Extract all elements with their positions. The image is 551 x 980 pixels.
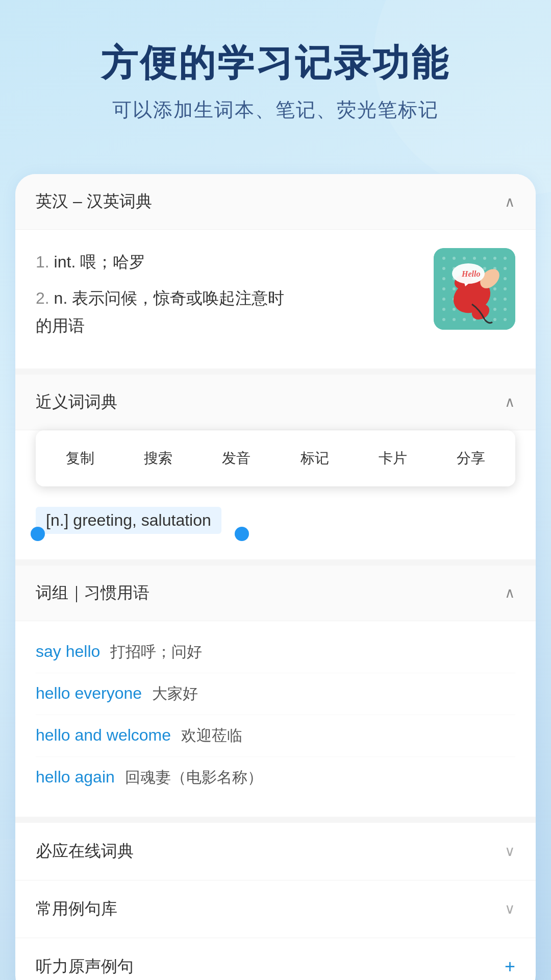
examples-chevron-icon: ∨ xyxy=(505,900,515,917)
svg-point-39 xyxy=(453,308,456,311)
context-menu-search[interactable]: 搜索 xyxy=(119,443,197,474)
dict-def-1: 1. int. 喂；哈罗 xyxy=(36,248,423,276)
context-menu-pronounce[interactable]: 发音 xyxy=(197,443,276,474)
svg-point-5 xyxy=(463,257,466,260)
svg-point-45 xyxy=(442,318,445,321)
phrase-chinese-4: 回魂妻（电影名称） xyxy=(125,767,263,788)
svg-point-29 xyxy=(493,287,496,290)
svg-point-43 xyxy=(493,308,496,311)
examples-section[interactable]: 常用例句库 ∨ xyxy=(15,880,536,938)
page-header: 方便的学习记录功能 可以添加生词本、笔记、荧光笔标记 xyxy=(0,0,551,154)
phrase-english-1: say hello xyxy=(36,642,100,661)
svg-point-37 xyxy=(504,298,507,301)
dict-entry-section: 1. int. 喂；哈罗 2. n. 表示问候，惊奇或唤起注意时的用语 xyxy=(15,230,536,374)
phrase-chinese-2: 大家好 xyxy=(152,683,198,704)
svg-point-16 xyxy=(504,267,507,270)
svg-point-8 xyxy=(493,257,496,260)
svg-point-24 xyxy=(442,287,445,290)
svg-point-4 xyxy=(453,257,456,260)
listening-plus-icon[interactable]: + xyxy=(505,956,515,977)
main-card: 英汉 – 汉英词典 ∧ 1. int. 喂；哈罗 2. n. 表示问候，惊奇或唤… xyxy=(15,174,536,980)
svg-point-6 xyxy=(473,257,476,260)
phrase-item-3[interactable]: hello and welcome 欢迎莅临 xyxy=(36,715,515,757)
phrase-chinese-1: 打招呼；问好 xyxy=(110,642,202,663)
bingdict-chevron-icon: ∨ xyxy=(505,843,515,860)
bingdict-section[interactable]: 必应在线词典 ∨ xyxy=(15,823,536,880)
svg-point-31 xyxy=(442,298,445,301)
svg-point-46 xyxy=(453,318,456,321)
context-menu-share[interactable]: 分享 xyxy=(432,443,510,474)
phrase-chinese-3: 欢迎莅临 xyxy=(181,725,242,746)
svg-text:Hello: Hello xyxy=(461,270,480,278)
listening-title: 听力原声例句 xyxy=(36,955,134,978)
listening-section[interactable]: 听力原声例句 + xyxy=(15,938,536,980)
phrase-item-1[interactable]: say hello 打招呼；问好 xyxy=(36,631,515,673)
svg-point-44 xyxy=(504,308,507,311)
page-title: 方便的学习记录功能 xyxy=(31,41,520,85)
dict-definitions: 1. int. 喂；哈罗 2. n. 表示问候，惊奇或唤起注意时的用语 xyxy=(36,248,423,348)
svg-point-50 xyxy=(493,318,496,321)
svg-point-51 xyxy=(504,318,507,321)
page-subtitle: 可以添加生词本、笔记、荧光笔标记 xyxy=(31,97,520,123)
synonym-section: 近义词词典 ∧ 复制 搜索 发音 标记 卡片 分享 [n.] greeting,… xyxy=(15,375,536,566)
synonym-text: [n.] greeting, salutation xyxy=(36,507,221,534)
phrase-item-2[interactable]: hello everyone 大家好 xyxy=(36,673,515,715)
synonym-section-header[interactable]: 近义词词典 ∧ xyxy=(15,375,536,430)
svg-point-3 xyxy=(442,257,445,260)
examples-title: 常用例句库 xyxy=(36,898,117,920)
svg-point-7 xyxy=(483,257,486,260)
svg-point-25 xyxy=(453,287,456,290)
svg-point-47 xyxy=(463,318,466,321)
svg-point-14 xyxy=(483,267,486,270)
synonym-chevron-icon: ∧ xyxy=(505,394,515,410)
selection-handle-left[interactable] xyxy=(31,527,45,541)
phrases-section-title: 词组｜习惯用语 xyxy=(36,582,149,604)
phrases-section: 词组｜习惯用语 ∧ say hello 打招呼；问好 hello everyon… xyxy=(15,566,536,823)
phrases-section-header[interactable]: 词组｜习惯用语 ∧ xyxy=(15,566,536,621)
dict-section-header[interactable]: 英汉 – 汉英词典 ∧ xyxy=(15,174,536,230)
phrase-list: say hello 打招呼；问好 hello everyone 大家好 hell… xyxy=(15,621,536,817)
synonym-content: [n.] greeting, salutation xyxy=(15,497,536,559)
svg-point-36 xyxy=(493,298,496,301)
phrases-chevron-icon: ∧ xyxy=(505,584,515,601)
context-menu-mark[interactable]: 标记 xyxy=(276,443,354,474)
svg-point-10 xyxy=(442,267,445,270)
dict-chevron-icon: ∧ xyxy=(505,193,515,210)
svg-point-17 xyxy=(442,277,445,280)
phrase-item-4[interactable]: hello again 回魂妻（电影名称） xyxy=(36,757,515,798)
selection-handle-right[interactable] xyxy=(235,527,249,541)
svg-point-30 xyxy=(504,287,507,290)
svg-point-23 xyxy=(504,277,507,280)
dict-def-2: 2. n. 表示问候，惊奇或唤起注意时的用语 xyxy=(36,284,423,340)
dict-section-title: 英汉 – 汉英词典 xyxy=(36,190,152,213)
phrase-english-4: hello again xyxy=(36,768,115,787)
context-menu-card[interactable]: 卡片 xyxy=(354,443,432,474)
hello-image: Hello xyxy=(434,248,515,330)
context-menu: 复制 搜索 发音 标记 卡片 分享 xyxy=(36,430,515,486)
phrase-english-3: hello and welcome xyxy=(36,726,171,745)
context-menu-copy[interactable]: 复制 xyxy=(41,443,119,474)
bingdict-title: 必应在线词典 xyxy=(36,840,134,863)
phrase-english-2: hello everyone xyxy=(36,684,142,703)
svg-point-38 xyxy=(442,308,445,311)
svg-point-9 xyxy=(504,257,507,260)
synonym-section-title: 近义词词典 xyxy=(36,391,117,413)
